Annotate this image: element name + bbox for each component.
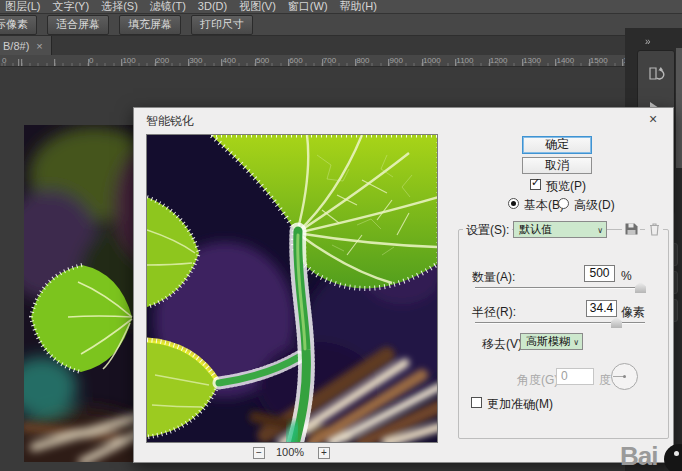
tab-bar: B/8#) × bbox=[0, 36, 682, 55]
options-button[interactable]: 适合屏幕 bbox=[47, 15, 109, 35]
ruler-label: 700 bbox=[323, 56, 356, 65]
more-accurate-checkbox[interactable] bbox=[471, 397, 482, 408]
delete-preset-icon[interactable] bbox=[645, 222, 663, 238]
menu-item[interactable]: 选择(S) bbox=[101, 0, 138, 13]
angle-dial bbox=[611, 363, 638, 390]
ruler-labels: 0100200300400500600700800900100011001200… bbox=[89, 56, 638, 65]
settings-group: 设置(S): 默认值 ∨ 数量(A): 500 % bbox=[458, 229, 669, 439]
menu-item[interactable]: 窗口(W) bbox=[288, 0, 328, 13]
angle-label: 角度(G): bbox=[517, 372, 562, 389]
watermark-logo-dot bbox=[674, 451, 679, 456]
ruler-label: 1300 bbox=[523, 56, 556, 65]
menu-item[interactable]: 滤镜(T) bbox=[150, 0, 186, 13]
options-button[interactable]: 填充屏幕 bbox=[119, 15, 181, 35]
ok-button[interactable]: 确定 bbox=[522, 136, 592, 154]
menu-item[interactable]: 3D(D) bbox=[198, 0, 227, 13]
ruler-label: 900 bbox=[390, 56, 423, 65]
preview-zoom-level: 100% bbox=[276, 446, 304, 458]
document-tab-label: B/8#) bbox=[3, 40, 29, 52]
ruler-label: 1000 bbox=[423, 56, 456, 65]
radius-input[interactable]: 34.4 bbox=[586, 300, 617, 317]
angle-unit: 度 bbox=[599, 372, 611, 389]
preview-zoom-out-button[interactable]: − bbox=[253, 447, 265, 459]
settings-dropdown[interactable]: 默认值 ∨ bbox=[513, 221, 607, 238]
ruler-label: 400 bbox=[223, 56, 256, 65]
ruler-label: 300 bbox=[189, 56, 222, 65]
ruler-label: 1500 bbox=[590, 56, 623, 65]
options-bar: 际像素适合屏幕填充屏幕打印尺寸 bbox=[0, 14, 682, 36]
ruler-label: 500 bbox=[256, 56, 289, 65]
checkmark-icon: ✓ bbox=[531, 176, 540, 189]
menu-bar: 图层(L)文字(Y)选择(S)滤镜(T)3D(D)视图(V)窗口(W)帮助(H) bbox=[0, 0, 682, 14]
ruler-label: 1100 bbox=[456, 56, 489, 65]
menu-item[interactable]: 文字(Y) bbox=[52, 0, 89, 13]
amount-label: 数量(A): bbox=[472, 269, 515, 286]
ruler-edge-label: 0 bbox=[2, 56, 6, 65]
menu-item[interactable]: 视图(V) bbox=[239, 0, 276, 13]
more-accurate-label[interactable]: 更加准确(M) bbox=[487, 396, 553, 413]
options-button[interactable]: 际像素 bbox=[0, 15, 37, 35]
radius-unit: 像素 bbox=[621, 304, 645, 321]
remove-dropdown-value: 高斯模糊 bbox=[526, 335, 570, 347]
dock-divider bbox=[676, 48, 682, 168]
amount-slider-track[interactable] bbox=[475, 287, 645, 289]
tab-close-icon[interactable]: × bbox=[36, 40, 42, 52]
history-panel-icon[interactable] bbox=[643, 59, 669, 87]
save-preset-icon[interactable] bbox=[622, 222, 640, 238]
menu-item[interactable]: 图层(L) bbox=[5, 0, 40, 13]
settings-dropdown-value: 默认值 bbox=[519, 223, 552, 235]
remove-label: 移去(V): bbox=[482, 336, 525, 353]
options-button[interactable]: 打印尺寸 bbox=[191, 15, 253, 35]
amount-input[interactable]: 500 bbox=[584, 265, 615, 282]
chevron-down-icon: ∨ bbox=[573, 336, 579, 350]
cancel-button[interactable]: 取消 bbox=[522, 157, 592, 174]
ruler-label: 200 bbox=[156, 56, 189, 65]
amount-unit: % bbox=[621, 269, 632, 283]
amount-slider-thumb[interactable] bbox=[635, 282, 646, 293]
watermark-text: Bai bbox=[620, 441, 657, 471]
preview-checkbox-label[interactable]: 预览(P) bbox=[546, 178, 586, 195]
watermark: Bai bbox=[620, 441, 657, 471]
settings-label: 设置(S): bbox=[463, 222, 512, 239]
remove-dropdown[interactable]: 高斯模糊 ∨ bbox=[520, 333, 583, 350]
ruler-label: 1200 bbox=[490, 56, 523, 65]
preview-image[interactable] bbox=[146, 134, 438, 443]
ruler-label: 600 bbox=[289, 56, 322, 65]
angle-input: 0 bbox=[556, 368, 594, 385]
ruler-label: 100 bbox=[122, 56, 155, 65]
advanced-radio-label[interactable]: 高级(D) bbox=[574, 197, 615, 214]
angle-dial-center bbox=[623, 375, 626, 378]
basic-radio[interactable] bbox=[508, 198, 519, 209]
smart-sharpen-dialog: 智能锐化 × bbox=[133, 107, 674, 463]
ruler-label: 800 bbox=[356, 56, 389, 65]
chevron-down-icon: ∨ bbox=[597, 224, 603, 238]
radius-label: 半径(R): bbox=[472, 304, 516, 321]
preview-checkbox[interactable]: ✓ bbox=[530, 179, 541, 190]
document-tab[interactable]: B/8#) × bbox=[0, 36, 52, 55]
horizontal-ruler: 0 01002003004005006007008009001000110012… bbox=[0, 55, 638, 67]
menu-item[interactable]: 帮助(H) bbox=[340, 0, 377, 13]
dialog-title: 智能锐化 bbox=[146, 113, 194, 130]
dialog-close-icon[interactable]: × bbox=[644, 110, 662, 128]
advanced-radio[interactable] bbox=[558, 198, 569, 209]
collapse-dock-icon[interactable]: « bbox=[645, 36, 651, 47]
ruler-label: 0 bbox=[89, 56, 122, 65]
photoshop-window: 图层(L)文字(Y)选择(S)滤镜(T)3D(D)视图(V)窗口(W)帮助(H)… bbox=[0, 0, 682, 471]
ruler-label: 1400 bbox=[556, 56, 589, 65]
preview-zoom-in-button[interactable]: + bbox=[318, 447, 330, 459]
